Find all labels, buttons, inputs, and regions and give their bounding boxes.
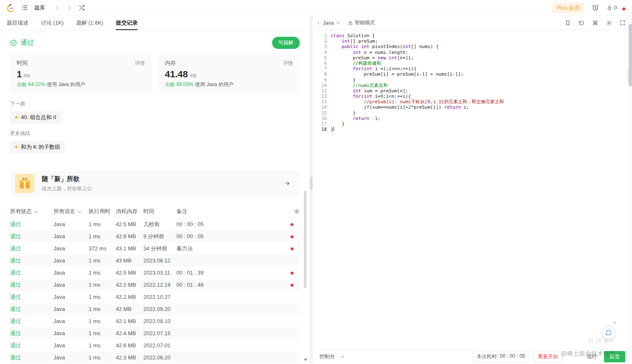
promo-banner[interactable]: 随「新」所欲 这次上新，对你很上心 (10, 171, 300, 196)
submission-row[interactable]: 通过Java1 ms42.4 MB2022.07.15 (10, 327, 300, 339)
submission-language: Java (54, 342, 89, 349)
arrow-right-icon[interactable] (284, 180, 291, 187)
restart-timer-button[interactable]: 重新开始 (533, 351, 563, 362)
next-problem-chip[interactable]: 40. 组合总和 II (10, 111, 61, 124)
leetcode-logo-icon[interactable] (6, 3, 15, 12)
problem-list-icon[interactable] (21, 4, 28, 11)
submission-runtime: 1 ms (89, 330, 116, 336)
note-indicator-dot-icon (291, 272, 293, 275)
submission-language: Java (54, 233, 89, 239)
bookmark-icon[interactable] (565, 20, 571, 26)
note-indicator-cell (291, 233, 300, 239)
runtime-detail-link[interactable]: 详情 (135, 60, 145, 67)
fullscreen-expand-icon[interactable] (620, 20, 625, 25)
problem-left-panel: 题目描述讨论 (1K)题解 (1.6K)提交记录 通过 写题解 (0, 16, 310, 364)
line-number: 4 (313, 50, 327, 55)
difficulty-dot-icon (15, 116, 18, 119)
tab-discuss[interactable]: 讨论 (1K) (41, 16, 64, 30)
editor-statusbar: 控制台 本次耗时: 00 : 00 : 05 重新开始 运行 提交 (313, 349, 632, 364)
submission-row[interactable]: 通过Java1 ms42.2 MB2022.12.1900 : 01 : 48 (10, 279, 300, 291)
line-number: 18 (313, 127, 327, 132)
submission-note: 00 : 01 : 39 (176, 270, 291, 276)
submission-runtime: 1 ms (89, 270, 116, 276)
timer-value: 00 : 00 : 05 (500, 353, 525, 360)
code-line: } (331, 77, 504, 83)
plus-member-badge[interactable]: Plus 会员 (552, 3, 584, 13)
editor-settings-gear-icon[interactable] (606, 20, 612, 26)
submission-row[interactable]: 通过Java1 ms42.5 MB2023.03.1100 : 01 : 39 (10, 267, 300, 279)
submission-row[interactable]: 通过Java372 ms43.1 MB34 分钟前暴力法 (10, 242, 300, 255)
submission-status-link[interactable]: 通过 (10, 281, 54, 289)
write-solution-button[interactable]: 写题解 (272, 37, 300, 49)
submission-status-link[interactable]: 通过 (10, 305, 54, 313)
submission-status-link[interactable]: 通过 (10, 318, 54, 325)
submission-status-link[interactable]: 通过 (10, 245, 54, 252)
problem-tabs: 题目描述讨论 (1K)题解 (1.6K)提交记录 (0, 16, 310, 30)
submission-note: 暴力法 (176, 245, 291, 252)
panel-splitter[interactable] (310, 16, 313, 364)
page-scrollbar[interactable] (629, 16, 632, 364)
note-indicator-dot-icon (291, 247, 293, 250)
daily-streak-counter[interactable]: 0 (607, 5, 617, 11)
submission-row[interactable]: 通过Java1 ms42.3 MB2022.06.20 (10, 351, 300, 364)
submission-row[interactable]: 通过Java1 ms42.6 MB2022.07.01 (10, 339, 300, 351)
submission-row[interactable]: 通过Java1 ms42.1 MB2022.08.10 (10, 315, 300, 327)
memory-detail-link[interactable]: 详情 (283, 60, 293, 67)
table-settings-gear-icon[interactable] (294, 209, 300, 214)
language-selector[interactable]: Java (323, 20, 339, 26)
submission-status-link[interactable]: 通过 (10, 354, 54, 361)
submission-time: 34 分钟前 (143, 245, 176, 252)
left-panel-scrollbar-thumb[interactable] (304, 191, 306, 288)
scroll-down-arrow-icon[interactable] (304, 359, 307, 361)
submission-status-link[interactable]: 通过 (10, 330, 54, 337)
submission-status-link[interactable]: 通过 (10, 257, 54, 265)
timer-clock-icon[interactable] (592, 4, 599, 11)
line-number: 6 (313, 61, 327, 66)
submission-status-link[interactable]: 通过 (10, 293, 54, 301)
submission-runtime: 1 ms (89, 221, 116, 227)
submit-code-button[interactable]: 提交 (604, 351, 625, 362)
tab-description[interactable]: 题目描述 (7, 16, 28, 30)
console-toggle[interactable]: 控制台 (319, 353, 344, 360)
session-timer: 本次耗时: 00 : 00 : 05 (473, 351, 529, 362)
submission-status-link[interactable]: 通过 (10, 233, 54, 240)
chat-bubble-button[interactable] (602, 326, 615, 339)
line-number: 14 (313, 104, 327, 110)
language-filter-dropdown[interactable]: 所有语言 (54, 208, 89, 215)
nav-problem-bank-link[interactable]: 题库 (34, 4, 45, 12)
submissions-table-body: 通过Java1 ms42.5 MB几秒前00 : 00 : 05通过Java1 … (10, 218, 300, 364)
submission-language: Java (54, 318, 89, 324)
random-problem-shuffle-icon[interactable] (79, 5, 85, 11)
code-line: if(sum==nums[i]+2*preSum[i]) return i; (331, 104, 504, 110)
submission-runtime: 372 ms (89, 245, 116, 252)
code-editor-area[interactable]: 123456789101112131415161718 class Soluti… (313, 30, 632, 349)
submission-status-link[interactable]: 通过 (10, 221, 54, 228)
page-scrollbar-thumb[interactable] (629, 24, 632, 86)
memory-number: 41.48 (165, 69, 188, 79)
submission-row[interactable]: 通过Java1 ms42 MB2022.09.20 (10, 303, 300, 315)
submission-language: Java (54, 282, 89, 288)
submission-row[interactable]: 通过Java1 ms42.5 MB几秒前00 : 00 : 05 (10, 218, 300, 230)
submission-row[interactable]: 通过Java1 ms43 MB2023.06.12 (10, 255, 300, 267)
keyboard-shortcuts-icon[interactable]: ⌘ (592, 20, 598, 26)
submission-status-link[interactable]: 通过 (10, 342, 54, 349)
submission-row[interactable]: 通过Java1 ms42.2 MB2022.10.27 (10, 291, 300, 303)
language-selected: Java (323, 20, 334, 26)
prev-problem-icon[interactable] (55, 5, 61, 11)
submission-status-link[interactable]: 通过 (10, 269, 54, 277)
submission-runtime: 1 ms (89, 354, 116, 361)
runtime-number: 1 (17, 69, 22, 79)
code-line: for(int i=0;i<n;++i){ (331, 94, 504, 99)
reset-code-icon[interactable] (578, 20, 584, 26)
tab-submissions[interactable]: 提交记录 (116, 16, 138, 30)
challenge-problem-chip[interactable]: 和为 K 的子数组 (10, 141, 65, 153)
smart-mode-toggle[interactable]: 智能模式 (348, 19, 375, 26)
run-code-button[interactable]: 运行 (584, 351, 600, 362)
code-content: class Solution { int[] preSum; public in… (327, 33, 504, 349)
status-filter-dropdown[interactable]: 所有状态 (10, 208, 54, 215)
chat-close-icon[interactable]: ✕ (613, 321, 617, 325)
next-problem-icon[interactable] (66, 5, 72, 11)
splitter-grip-handle[interactable] (310, 177, 313, 189)
submission-row[interactable]: 通过Java1 ms42.9 MB9 分钟前00 : 00 : 05 (10, 230, 300, 242)
tab-solutions[interactable]: 题解 (1.6K) (76, 16, 103, 30)
